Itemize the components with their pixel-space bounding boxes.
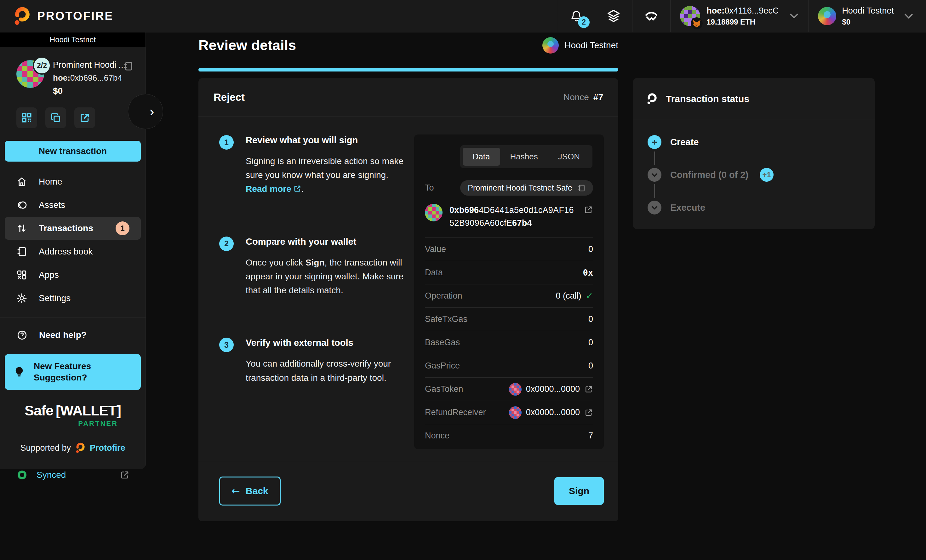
qr-code-button[interactable] — [17, 107, 37, 128]
walletconnect-button[interactable] — [632, 0, 670, 32]
step-compare: 2 Compare with your wallet Once you clic… — [219, 236, 408, 298]
external-link-icon[interactable] — [584, 385, 593, 394]
table-row-safetxgas: SafeTxGas 0 — [425, 307, 593, 331]
chevron-down-icon — [904, 13, 913, 19]
table-row-nonce: Nonce 7 — [425, 424, 593, 447]
sidebar-item-transactions[interactable]: Transactions 1 — [5, 217, 141, 240]
to-name: Prominent Hoodi Testnet Safe — [468, 183, 572, 192]
apps-icon — [16, 269, 27, 281]
tab-data[interactable]: Data — [463, 148, 500, 166]
open-explorer-button[interactable] — [74, 107, 95, 128]
bookmark-icon[interactable] — [123, 61, 133, 71]
sign-button[interactable]: Sign — [554, 477, 604, 505]
new-transaction-button[interactable]: New transaction — [5, 141, 141, 162]
nonce-value: #7 — [593, 92, 603, 102]
supporter-link[interactable]: Protofire — [90, 443, 126, 453]
address-book-icon — [577, 184, 586, 192]
lightbulb-icon — [13, 366, 26, 378]
sidebar-collapse-button[interactable]: › — [128, 94, 163, 129]
brand-logo[interactable]: PROTOFIRE — [13, 6, 113, 26]
feature-suggestion-button[interactable]: New Features Suggestion? — [5, 354, 141, 390]
plus-circle-icon: + — [648, 135, 661, 149]
network-info: Hoodi Testnet $0 — [842, 6, 894, 26]
step-content: Verify with external tools You can addit… — [246, 338, 408, 384]
back-button[interactable]: ← Back — [219, 477, 281, 506]
brand-name: PROTOFIRE — [37, 9, 113, 23]
data-tabs: Data Hashes JSON — [460, 145, 592, 168]
wallet-balance: 19.18899 ETH — [707, 18, 779, 26]
table-row-gasprice: GasPrice 0 — [425, 354, 593, 377]
threshold-badge: 2/2 — [33, 56, 51, 75]
step-number: 2 — [219, 236, 234, 251]
notifications-button[interactable]: 2 — [558, 0, 595, 32]
step-body: Once you click Sign, the transaction wil… — [246, 256, 408, 298]
need-help-link[interactable]: Need help? — [0, 325, 145, 345]
copy-icon — [50, 112, 61, 124]
safe-address: hoe:0xb696...67b4 — [53, 73, 127, 83]
chevron-circle-icon — [648, 168, 661, 182]
external-link-icon[interactable] — [120, 470, 130, 480]
external-link-icon — [293, 185, 301, 193]
zero-address-avatar — [509, 406, 522, 419]
wallet-menu[interactable]: hoe:0x4116...9ecC 19.18899 ETH — [670, 0, 808, 32]
wallet-info: hoe:0x4116...9ecC 19.18899 ETH — [707, 6, 779, 26]
wallet-avatar — [680, 6, 700, 26]
need-help-label: Need help? — [39, 330, 86, 340]
to-name-pill[interactable]: Prominent Hoodi Testnet Safe — [460, 180, 593, 195]
wallet-logo-text: [WALLET] — [56, 403, 121, 419]
batch-button[interactable] — [595, 0, 632, 32]
assets-icon — [16, 199, 27, 211]
table-row-operation: Operation 0 (call)✓ — [425, 284, 593, 307]
reject-card-body: 1 Review what you will sign Signing is a… — [198, 117, 618, 462]
to-address-avatar — [425, 204, 443, 221]
network-avatar — [542, 37, 559, 53]
step-content: Compare with your wallet Once you click … — [246, 236, 408, 298]
sidebar-item-label: Apps — [39, 270, 59, 280]
external-link-icon[interactable] — [584, 205, 593, 215]
status-step-confirmed: Confirmed (0 of 2) +1 — [648, 168, 862, 182]
notifications-count-badge: 2 — [578, 17, 590, 28]
copy-address-button[interactable] — [45, 107, 66, 128]
sidebar-item-assets[interactable]: Assets — [5, 194, 141, 216]
app-root: PROTOFIRE 2 — [0, 0, 926, 560]
safe-details: Prominent Hoodi ... hoe:0xb696...67b4 $0 — [53, 60, 127, 96]
sidebar-item-label: Transactions — [39, 223, 93, 233]
step-title: Verify with external tools — [246, 338, 408, 348]
step-body: Signing is an irreversible action so mak… — [246, 154, 408, 196]
reject-card-footer: ← Back Sign — [198, 462, 618, 521]
sidebar-item-apps[interactable]: Apps — [5, 263, 141, 286]
sidebar-item-home[interactable]: Home — [5, 170, 141, 193]
tab-hashes[interactable]: Hashes — [500, 148, 548, 166]
header-actions: 2 — [558, 0, 926, 32]
sidebar-item-label: Assets — [39, 200, 65, 210]
step-connector — [654, 184, 655, 198]
step-title: Review what you will sign — [246, 135, 408, 145]
help-icon — [17, 330, 28, 341]
tab-json[interactable]: JSON — [548, 148, 590, 166]
safe-balance: $0 — [53, 86, 127, 96]
arrow-left-icon: ← — [232, 485, 240, 497]
page-title: Review details — [198, 37, 296, 53]
sidebar-item-settings[interactable]: Settings — [5, 287, 141, 310]
zero-address-avatar — [509, 383, 522, 396]
external-link-icon — [79, 112, 91, 124]
external-link-icon[interactable] — [584, 408, 593, 417]
metamask-icon — [691, 17, 703, 29]
extra-signers-badge: +1 — [760, 168, 773, 182]
network-menu[interactable]: Hoodi Testnet $0 — [808, 0, 926, 32]
check-icon: ✓ — [586, 291, 593, 301]
sidebar-item-label: Settings — [39, 293, 71, 303]
chevron-down-icon — [789, 13, 799, 19]
sync-status-label: Synced — [36, 470, 66, 480]
sidebar-item-address-book[interactable]: Address book — [5, 240, 141, 263]
table-row-value: Value 0 — [425, 238, 593, 261]
safe-logo-text: Safe — [24, 403, 53, 419]
page-network-chip[interactable]: Hoodi Testnet — [542, 37, 618, 53]
step-title: Compare with your wallet — [246, 236, 408, 247]
nonce-label: Nonce — [563, 92, 589, 102]
protofire-flame-icon — [75, 442, 85, 454]
address-book-icon — [16, 246, 27, 257]
read-more-link[interactable]: Read more — [246, 184, 291, 194]
step-connector — [654, 151, 655, 165]
safe-name: Prominent Hoodi ... — [53, 60, 127, 70]
